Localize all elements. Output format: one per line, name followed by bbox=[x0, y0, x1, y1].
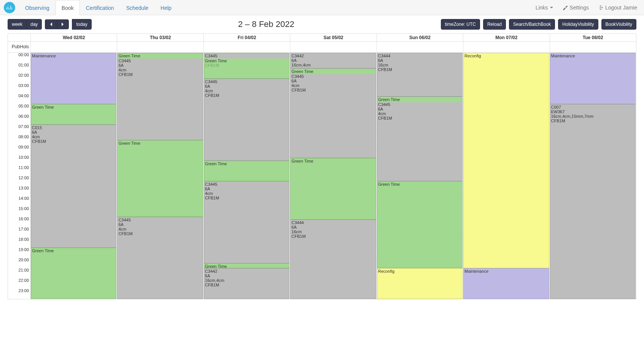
nav-tab-certification[interactable]: Certification bbox=[80, 0, 120, 15]
day-view-button[interactable]: day bbox=[26, 19, 42, 30]
nav-tab-observing[interactable]: Observing bbox=[19, 0, 56, 15]
chevron-right-icon bbox=[61, 22, 65, 27]
event-line: 16cm,4cm bbox=[205, 278, 288, 283]
event-line: C3445 bbox=[378, 102, 461, 107]
next-button[interactable] bbox=[57, 19, 69, 29]
hour-label: 13:00 bbox=[18, 186, 29, 190]
day-column[interactable]: C34446A16cmCFB1MGreen TimeC34456A4cmCFB1… bbox=[377, 53, 463, 299]
search-batchbook-button[interactable]: Search/BatchBook bbox=[509, 19, 555, 30]
calendar-event[interactable]: Green Time bbox=[377, 181, 463, 269]
day-column[interactable]: MaintenanceGreen TimeC0156A4cmCFB1MGreen… bbox=[31, 53, 117, 299]
prev-button[interactable] bbox=[45, 19, 57, 29]
allday-cell[interactable] bbox=[204, 42, 290, 52]
calendar-event[interactable]: C34446A16cmCFB1M bbox=[290, 220, 376, 299]
links-dropdown[interactable]: Links bbox=[536, 5, 553, 11]
allday-label: PubHols bbox=[8, 42, 31, 52]
allday-cell[interactable] bbox=[463, 42, 550, 52]
links-label: Links bbox=[536, 5, 548, 11]
event-line: CFB1M bbox=[205, 93, 288, 98]
calendar-event[interactable]: Maintenance bbox=[31, 53, 116, 104]
day-column[interactable]: MaintenanceC007EW36716cm,4cm,15mm,7mmCFB… bbox=[550, 53, 636, 299]
calendar-event[interactable]: Maintenance bbox=[463, 268, 549, 299]
calendar-event[interactable]: C34456A4cmCFB1M bbox=[117, 217, 203, 299]
calendar-event[interactable]: Reconfig bbox=[463, 53, 549, 268]
calendar-event[interactable]: Reconfig bbox=[377, 268, 463, 299]
allday-cell[interactable] bbox=[290, 42, 377, 52]
nav-tab-book[interactable]: Book bbox=[56, 0, 80, 15]
calendar-event[interactable]: C34446A16cmCFB1M bbox=[377, 53, 463, 96]
logout-link[interactable]: Logout Jamie bbox=[598, 5, 637, 11]
calendar-event[interactable]: C0156A4cmCFB1M bbox=[31, 125, 116, 248]
calendar-event[interactable]: C34426A16cm,4cmCFB1M bbox=[204, 268, 289, 299]
allday-cell[interactable] bbox=[550, 42, 636, 52]
day-header[interactable]: Sun 06/02 bbox=[377, 34, 463, 41]
week-view-button[interactable]: week bbox=[8, 19, 26, 30]
navbar: ObservingBookCertificationScheduleHelp L… bbox=[0, 0, 644, 15]
timezone-utc-button[interactable]: timeZone: UTC bbox=[441, 19, 480, 30]
calendar-event[interactable]: Green Time bbox=[204, 161, 289, 181]
calendar-event[interactable]: Green Time bbox=[290, 158, 376, 220]
bookvisibility-button[interactable]: BookVisibility bbox=[601, 19, 636, 30]
day-header[interactable]: Mon 07/02 bbox=[463, 34, 550, 41]
holidayvisibility-button[interactable]: HolidayVisibility bbox=[558, 19, 598, 30]
calendar-event[interactable]: Green TimeC34456A4cmCFB1M bbox=[290, 68, 376, 158]
event-line: C3445 bbox=[205, 182, 288, 187]
event-line: C007 bbox=[551, 105, 634, 109]
day-column[interactable]: Green TimeC34456A4cmCFB1MGreen TimeC3445… bbox=[117, 53, 204, 299]
event-line: C015 bbox=[32, 125, 115, 130]
day-column[interactable]: C3445Green TimeCFB1MC34456A4cmCFB1MGreen… bbox=[204, 53, 290, 299]
event-line: Green Time bbox=[291, 69, 375, 74]
hour-label: 19:00 bbox=[18, 247, 29, 252]
calendar-event[interactable]: Green TimeC34456A4cmCFB1M bbox=[117, 53, 203, 140]
nav-tab-help[interactable]: Help bbox=[154, 0, 178, 15]
reload-button[interactable]: Reload bbox=[483, 19, 506, 30]
nav-tabs: ObservingBookCertificationScheduleHelp bbox=[19, 0, 178, 15]
brand-logo bbox=[4, 2, 15, 13]
event-line: 6A bbox=[378, 107, 461, 111]
calendar-body: 00:0001:0002:0003:0004:0005:0006:0007:00… bbox=[8, 53, 636, 299]
event-line: C3442 bbox=[205, 269, 288, 274]
allday-cell[interactable] bbox=[377, 42, 463, 52]
hour-label: 04:00 bbox=[18, 93, 29, 98]
day-column[interactable]: ReconfigMaintenance bbox=[463, 53, 550, 299]
calendar-event[interactable]: C34456A4cmCFB1M bbox=[204, 181, 289, 263]
event-line: Green Time bbox=[205, 161, 288, 166]
hour-label: 02:00 bbox=[18, 73, 29, 77]
calendar-event[interactable]: Green Time bbox=[204, 263, 289, 269]
calendar-event[interactable]: Green Time bbox=[31, 104, 116, 125]
nav-tab-schedule[interactable]: Schedule bbox=[120, 0, 154, 15]
brand-icon bbox=[6, 4, 13, 11]
day-column[interactable]: C34426A16cm,4cmGreen TimeC34456A4cmCFB1M… bbox=[290, 53, 377, 299]
event-line: 16cm bbox=[378, 63, 461, 67]
event-line: C3445 bbox=[291, 74, 375, 79]
event-line: 6A bbox=[291, 225, 375, 229]
day-header[interactable]: Wed 02/02 bbox=[31, 34, 117, 41]
calendar-event[interactable]: Green Time bbox=[117, 140, 203, 217]
hour-label: 15:00 bbox=[18, 206, 29, 211]
hour-label: 03:00 bbox=[18, 83, 29, 88]
calendar: Wed 02/02Thu 03/02Fri 04/02Sat 05/02Sun … bbox=[8, 33, 636, 299]
calendar-event[interactable]: C007EW36716cm,4cm,15mm,7mmCFB1M bbox=[550, 104, 636, 299]
nav-arrow-group bbox=[45, 19, 69, 29]
day-header[interactable]: Tue 08/02 bbox=[550, 34, 636, 41]
calendar-event[interactable]: Maintenance bbox=[550, 53, 636, 104]
event-line: CFB1M bbox=[205, 196, 288, 200]
nav-right: Links Settings Logout Jamie bbox=[536, 0, 640, 15]
day-header[interactable]: Thu 03/02 bbox=[117, 34, 204, 41]
event-line: 16cm bbox=[291, 229, 375, 234]
calendar-event[interactable]: C34426A16cm,4cm bbox=[290, 53, 376, 68]
calendar-event[interactable]: C3445Green TimeCFB1M bbox=[204, 53, 289, 79]
settings-link[interactable]: Settings bbox=[563, 5, 589, 11]
hour-label: 20:00 bbox=[18, 258, 29, 262]
day-header[interactable]: Sat 05/02 bbox=[290, 34, 377, 41]
allday-cell[interactable] bbox=[31, 42, 117, 52]
hour-label: 00:00 bbox=[18, 52, 29, 57]
day-header[interactable]: Fri 04/02 bbox=[204, 34, 290, 41]
calendar-event[interactable]: C34456A4cmCFB1M bbox=[204, 79, 289, 161]
allday-cell[interactable] bbox=[117, 42, 204, 52]
today-button[interactable]: today bbox=[72, 19, 91, 30]
calendar-event[interactable]: Green TimeC34456A4cmCFB1M bbox=[377, 96, 463, 181]
calendar-event[interactable]: Green Time bbox=[31, 248, 116, 299]
hour-label: 12:00 bbox=[18, 176, 29, 180]
hour-label: 10:00 bbox=[18, 155, 29, 160]
